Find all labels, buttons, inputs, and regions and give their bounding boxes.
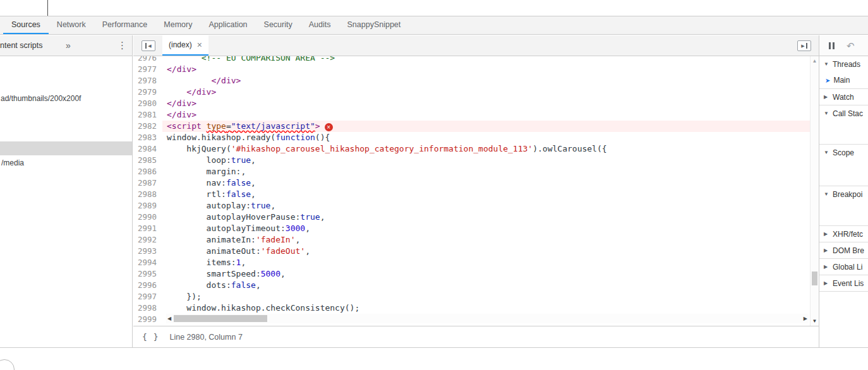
- navigator-item[interactable]: /media: [0, 157, 132, 169]
- code-text[interactable]: </div>: [162, 87, 819, 98]
- code-text[interactable]: autoplayHoverPause:true,: [162, 212, 819, 223]
- section-label: Watch: [833, 93, 854, 102]
- tab-application[interactable]: Application: [200, 16, 255, 34]
- hide-debugger-sidebar-icon[interactable]: ▶: [797, 40, 811, 51]
- scroll-up-icon[interactable]: ▲: [811, 58, 819, 64]
- code-text[interactable]: });: [162, 291, 819, 302]
- line-number[interactable]: 2981: [133, 109, 162, 121]
- editor-tabbar: ◀ (index) × ▶: [133, 35, 819, 56]
- navigator-item[interactable]: ad/thumbnails/200x200f: [0, 93, 132, 104]
- line-number[interactable]: 2983: [133, 132, 162, 143]
- section-global-listeners: ▶Global Li: [819, 259, 868, 275]
- line-number[interactable]: 2986: [133, 166, 162, 177]
- line-number[interactable]: 2998: [133, 302, 162, 314]
- code-text[interactable]: </div>: [162, 109, 819, 121]
- code-text[interactable]: <!-- EU COMPARISON AREA -->: [162, 56, 819, 64]
- navigator-tab-content-scripts[interactable]: ntent scripts: [0, 35, 42, 56]
- code-line-2986: 2986 margin:,: [133, 166, 819, 177]
- line-number[interactable]: 2989: [133, 200, 162, 212]
- code-text[interactable]: autoplayTimeout:3000,: [162, 223, 819, 234]
- line-number[interactable]: 2993: [133, 246, 162, 257]
- pause-script-icon[interactable]: [829, 42, 835, 49]
- line-number[interactable]: 2976: [133, 56, 162, 64]
- thread-item-main[interactable]: ➤Main: [819, 72, 868, 88]
- code-text[interactable]: hkjQuery('#hikashop_carousel_hikashop_ca…: [162, 143, 819, 155]
- code-text[interactable]: autoplay:true,: [162, 200, 819, 212]
- navigator-file-list: ad/thumbnails/200x200f/media: [0, 56, 132, 347]
- editor-status-bar: { } Line 2980, Column 7: [133, 326, 819, 347]
- tab-audits[interactable]: Audits: [301, 16, 339, 34]
- section-header-call-stack[interactable]: ▼Call Stac: [819, 105, 868, 121]
- line-number[interactable]: 2977: [133, 64, 162, 75]
- code-text[interactable]: </div>: [162, 75, 819, 87]
- curved-arrow-icon[interactable]: ↶: [847, 41, 855, 51]
- scroll-left-icon[interactable]: ◀: [167, 314, 171, 323]
- line-number[interactable]: 2999: [133, 314, 162, 325]
- hide-navigator-icon[interactable]: ◀: [142, 40, 155, 51]
- section-header-xhr-breakpoints[interactable]: ▶XHR/fetc: [819, 226, 868, 242]
- line-number[interactable]: 2982: [133, 121, 162, 132]
- code-text[interactable]: margin:,: [162, 166, 819, 177]
- scroll-right-icon[interactable]: ▶: [804, 314, 807, 323]
- chevron-icon: ▼: [824, 110, 829, 116]
- code-text[interactable]: smartSpeed:5000,: [162, 268, 819, 280]
- tab-security[interactable]: Security: [256, 16, 301, 34]
- line-number[interactable]: 2980: [133, 98, 162, 109]
- horizontal-scrollbar-thumb[interactable]: [174, 315, 267, 322]
- line-number[interactable]: 2997: [133, 291, 162, 302]
- navigator-item-selected[interactable]: [0, 141, 132, 155]
- section-label: Event Lis: [833, 279, 864, 288]
- code-text[interactable]: animateIn:'fadeIn',: [162, 234, 819, 246]
- section-header-dom-breakpoints[interactable]: ▶DOM Bre: [819, 242, 868, 258]
- section-header-breakpoints[interactable]: ▼Breakpoi: [819, 186, 868, 202]
- file-tab-index[interactable]: (index) ×: [162, 35, 208, 56]
- section-header-global-listeners[interactable]: ▶Global Li: [819, 259, 868, 275]
- scroll-down-icon[interactable]: ▼: [811, 318, 819, 324]
- code-text[interactable]: items:1,: [162, 257, 819, 268]
- line-number[interactable]: 2984: [133, 143, 162, 155]
- section-header-event-listeners[interactable]: ▶Event Lis: [819, 275, 868, 291]
- code-text[interactable]: dots:false,: [162, 280, 819, 291]
- section-header-scope[interactable]: ▼Scope: [819, 145, 868, 160]
- horizontal-scrollbar[interactable]: ◀ ▶: [166, 314, 809, 323]
- code-text[interactable]: </div>: [162, 98, 819, 109]
- code-line-2980: 2980</div>: [133, 98, 819, 109]
- code-text[interactable]: rtl:false,: [162, 189, 819, 200]
- tab-network[interactable]: Network: [49, 16, 94, 34]
- line-number[interactable]: 2994: [133, 257, 162, 268]
- line-number[interactable]: 2978: [133, 75, 162, 87]
- line-number[interactable]: 2987: [133, 177, 162, 189]
- line-number[interactable]: 2991: [133, 223, 162, 234]
- section-header-threads[interactable]: ▼Threads: [819, 56, 868, 72]
- code-text[interactable]: nav:false,: [162, 177, 819, 189]
- close-tab-icon[interactable]: ×: [197, 40, 202, 49]
- tab-snappysnippet[interactable]: SnappySnippet: [339, 16, 409, 34]
- tab-memory[interactable]: Memory: [155, 16, 200, 34]
- pretty-print-icon[interactable]: { }: [142, 332, 159, 342]
- code-text[interactable]: window.hikashop.ready(function(){: [162, 132, 819, 143]
- vertical-scrollbar-thumb[interactable]: [812, 272, 817, 285]
- error-icon[interactable]: ×: [325, 123, 333, 131]
- tab-sources[interactable]: Sources: [3, 16, 49, 34]
- line-number[interactable]: 2985: [133, 155, 162, 166]
- navigator-menu-icon[interactable]: ⋮: [118, 35, 127, 56]
- line-number[interactable]: 2988: [133, 189, 162, 200]
- tab-performance[interactable]: Performance: [94, 16, 156, 34]
- line-number[interactable]: 2979: [133, 87, 162, 98]
- vertical-scrollbar[interactable]: ▲ ▼: [810, 56, 819, 326]
- debugger-sidebar: ↶ ▼Threads➤Main▶Watch▼Call Stac▼Scope▼Br…: [819, 35, 868, 347]
- tab-overflow-chevron-icon[interactable]: »: [66, 35, 71, 56]
- code-text[interactable]: window.hikashop.checkConsistency();: [162, 302, 819, 314]
- code-editor[interactable]: 2976 <!-- EU COMPARISON AREA -->2977</di…: [133, 56, 819, 326]
- line-number[interactable]: 2990: [133, 212, 162, 223]
- code-lines: 2976 <!-- EU COMPARISON AREA -->2977</di…: [133, 56, 819, 325]
- line-number[interactable]: 2992: [133, 234, 162, 246]
- code-text[interactable]: <script type="text/javascript">×: [162, 121, 819, 132]
- code-text[interactable]: loop:true,: [162, 155, 819, 166]
- line-number[interactable]: 2995: [133, 268, 162, 280]
- line-number[interactable]: 2996: [133, 280, 162, 291]
- code-text[interactable]: animateOut:'fadeOut',: [162, 246, 819, 257]
- code-line-2978: 2978 </div>: [133, 75, 819, 87]
- section-header-watch[interactable]: ▶Watch: [819, 89, 868, 105]
- code-text[interactable]: </div>: [162, 64, 819, 75]
